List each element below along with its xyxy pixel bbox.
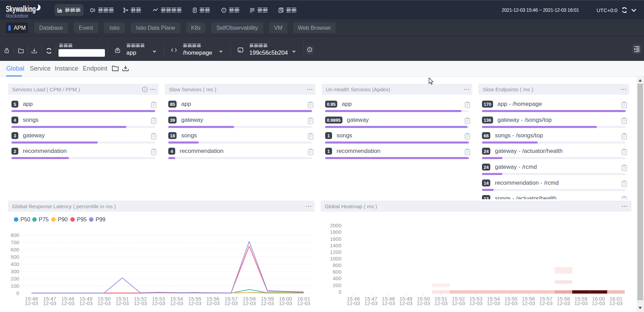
svg-text:12-03: 12-03 xyxy=(25,300,38,306)
svg-text:12-03: 12-03 xyxy=(97,300,110,306)
svg-text:12-03: 12-03 xyxy=(382,300,395,306)
svg-text:12-03: 12-03 xyxy=(364,300,377,306)
svg-text:1800: 1800 xyxy=(330,229,341,235)
svg-text:0: 0 xyxy=(16,290,19,296)
svg-text:2000: 2000 xyxy=(330,222,341,228)
svg-text:12-03: 12-03 xyxy=(116,300,129,306)
svg-text:12-03: 12-03 xyxy=(522,300,535,306)
svg-text:12-03: 12-03 xyxy=(417,300,430,306)
svg-text:12-03: 12-03 xyxy=(399,300,412,306)
svg-text:12-03: 12-03 xyxy=(279,300,292,306)
svg-text:12-03: 12-03 xyxy=(61,300,74,306)
svg-text:12-03: 12-03 xyxy=(170,300,183,306)
svg-text:12-03: 12-03 xyxy=(609,300,623,306)
svg-text:12-03: 12-03 xyxy=(452,300,465,306)
svg-text:12-03: 12-03 xyxy=(43,300,56,306)
svg-text:500: 500 xyxy=(11,254,19,260)
svg-text:0: 0 xyxy=(339,289,341,295)
svg-text:12-03: 12-03 xyxy=(487,300,500,306)
svg-text:400: 400 xyxy=(11,261,19,267)
svg-text:12-03: 12-03 xyxy=(469,300,482,306)
svg-text:700: 700 xyxy=(11,239,19,245)
svg-text:1400: 1400 xyxy=(330,242,341,248)
svg-text:12-03: 12-03 xyxy=(592,300,605,306)
svg-text:12-03: 12-03 xyxy=(134,300,147,306)
svg-text:800: 800 xyxy=(11,232,19,238)
svg-text:12-03: 12-03 xyxy=(297,300,310,306)
svg-text:12-03: 12-03 xyxy=(434,300,447,306)
svg-text:12-03: 12-03 xyxy=(261,300,274,306)
svg-text:12-03: 12-03 xyxy=(539,300,553,306)
svg-text:12-03: 12-03 xyxy=(243,300,256,306)
svg-text:12-03: 12-03 xyxy=(206,300,220,306)
svg-text:12-03: 12-03 xyxy=(79,300,92,306)
svg-text:400: 400 xyxy=(333,275,341,281)
svg-text:1600: 1600 xyxy=(330,236,341,242)
svg-text:1200: 1200 xyxy=(330,249,341,255)
svg-text:12-03: 12-03 xyxy=(224,300,238,306)
svg-text:600: 600 xyxy=(333,269,341,275)
svg-text:1000: 1000 xyxy=(330,256,341,261)
svg-text:200: 200 xyxy=(333,282,341,288)
svg-text:12-03: 12-03 xyxy=(347,300,360,306)
svg-text:600: 600 xyxy=(11,247,19,253)
svg-text:100: 100 xyxy=(11,283,19,289)
svg-text:12-03: 12-03 xyxy=(152,300,165,306)
svg-text:200: 200 xyxy=(11,276,19,282)
svg-text:12-03: 12-03 xyxy=(557,300,570,306)
svg-text:12-03: 12-03 xyxy=(188,300,201,306)
svg-text:300: 300 xyxy=(11,268,19,274)
svg-text:12-03: 12-03 xyxy=(504,300,517,306)
svg-text:12-03: 12-03 xyxy=(574,300,588,306)
svg-text:800: 800 xyxy=(333,262,341,268)
